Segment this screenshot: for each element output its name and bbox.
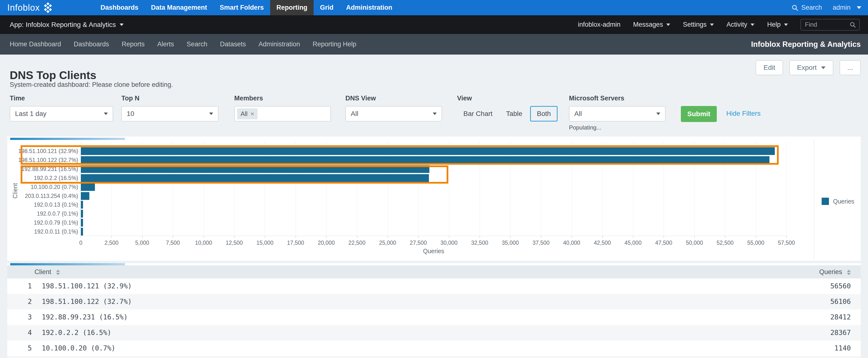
view-option-bar-chart[interactable]: Bar Chart <box>463 110 493 118</box>
column-header-client[interactable]: Client <box>34 265 60 279</box>
subnav-item-reporting-help[interactable]: Reporting Help <box>313 40 356 48</box>
view-filter-label: View <box>457 95 472 102</box>
row-client[interactable]: 198.51.100.121 (32.9%) <box>42 279 132 294</box>
bar-192-0-0-13[interactable] <box>81 201 83 208</box>
x-tick-mark <box>479 236 480 238</box>
x-tick-mark <box>418 236 418 238</box>
row-rank: 3 <box>21 310 32 325</box>
x-tick-mark <box>602 236 603 238</box>
x-tick-label: 35,000 <box>493 240 527 246</box>
queries-column-label: Queries <box>819 268 842 275</box>
row-queries[interactable]: 56106 <box>830 294 851 310</box>
subnav-item-dashboards[interactable]: Dashboards <box>74 40 109 48</box>
hide-filters-link[interactable]: Hide Filters <box>726 110 761 118</box>
members-token[interactable]: All × <box>237 108 257 119</box>
find-box[interactable] <box>801 19 860 31</box>
msservers-select[interactable]: All <box>569 106 665 122</box>
infoblox-logo-text: Infoblox <box>7 3 40 13</box>
subnav-item-alerts[interactable]: Alerts <box>157 40 174 48</box>
row-queries[interactable]: 28367 <box>830 325 851 340</box>
appbar-menu-help[interactable]: Help <box>767 21 788 28</box>
subnav-item-home-dashboard[interactable]: Home Dashboard <box>10 40 61 48</box>
row-client[interactable]: 10.100.0.20 (0.7%) <box>42 340 115 356</box>
column-header-queries[interactable]: Queries <box>819 265 851 279</box>
logged-in-user[interactable]: infoblox-admin <box>578 21 621 28</box>
appbar-menu-messages[interactable]: Messages <box>633 21 670 28</box>
x-axis-title: Queries <box>81 248 786 255</box>
x-tick-label: 5,000 <box>125 240 159 246</box>
submit-button[interactable]: Submit <box>681 106 717 122</box>
app-bar: App: Infoblox Reporting & Analytics info… <box>0 15 868 34</box>
global-search-button[interactable]: Search <box>792 4 822 11</box>
appbar-menu-activity[interactable]: Activity <box>726 21 755 28</box>
find-input[interactable] <box>804 21 847 29</box>
edit-button[interactable]: Edit <box>755 60 783 75</box>
y-tick-mark <box>79 218 81 219</box>
x-tick-mark <box>173 236 173 238</box>
table-row[interactable]: 3192.88.99.231 (16.5%)28412 <box>7 310 861 325</box>
topnav-item-administration[interactable]: Administration <box>340 0 399 15</box>
bar-192-0-0-11[interactable] <box>81 228 83 235</box>
bar-192-0-0-79[interactable] <box>81 219 83 227</box>
x-tick-label: 47,500 <box>647 240 681 246</box>
more-label: ... <box>847 64 853 71</box>
topnav-item-grid[interactable]: Grid <box>314 0 340 15</box>
table-row[interactable]: 2198.51.100.122 (32.7%)56106 <box>7 294 861 310</box>
more-actions-button[interactable]: ... <box>840 60 861 75</box>
members-token-label: All <box>241 110 248 118</box>
view-option-table[interactable]: Table <box>506 110 522 118</box>
row-client[interactable]: 192.0.2.2 (16.5%) <box>42 325 112 340</box>
topnav-item-smart-folders[interactable]: Smart Folders <box>213 0 270 15</box>
bar-192-0-0-7[interactable] <box>81 210 83 218</box>
chevron-down-icon <box>656 112 660 115</box>
msservers-select-value: All <box>574 110 582 118</box>
subnav-item-datasets[interactable]: Datasets <box>220 40 246 48</box>
subnav-item-reports[interactable]: Reports <box>122 40 145 48</box>
y-tick-mark <box>79 191 81 192</box>
infoblox-logo[interactable]: Infoblox <box>7 0 53 15</box>
topn-select[interactable]: 10 <box>121 106 218 122</box>
view-option-both[interactable]: Both <box>530 106 558 122</box>
x-tick-label: 22,500 <box>340 240 374 246</box>
row-client[interactable]: 192.88.99.231 (16.5%) <box>42 310 128 325</box>
row-rank: 5 <box>21 340 32 356</box>
subnav-item-administration[interactable]: Administration <box>258 40 300 48</box>
app-selector[interactable]: App: Infoblox Reporting & Analytics <box>10 15 124 34</box>
x-tick-label: 32,500 <box>463 240 497 246</box>
remove-icon[interactable]: × <box>250 110 254 118</box>
page-title: DNS Top Clients <box>10 69 96 82</box>
x-tick-label: 2,500 <box>94 240 128 246</box>
row-queries[interactable]: 28412 <box>830 310 851 325</box>
time-select[interactable]: Last 1 day <box>10 106 113 122</box>
search-label: Search <box>801 4 822 11</box>
x-tick-mark <box>81 236 81 238</box>
user-name: admin <box>833 4 850 11</box>
topnav-item-reporting[interactable]: Reporting <box>270 0 314 15</box>
row-queries[interactable]: 56560 <box>830 279 851 294</box>
subnav-item-search[interactable]: Search <box>187 40 208 48</box>
members-input[interactable]: All × <box>234 106 331 122</box>
chevron-down-icon <box>433 112 437 115</box>
edit-label: Edit <box>764 64 775 71</box>
table-row[interactable]: 1198.51.100.121 (32.9%)56560 <box>7 279 861 294</box>
bar-10-100-0-20[interactable] <box>81 183 95 191</box>
table-header: Client Queries <box>7 265 861 279</box>
user-menu[interactable]: admin <box>833 4 861 11</box>
x-tick-mark <box>571 236 572 238</box>
dnsview-select[interactable]: All <box>345 106 442 122</box>
row-client[interactable]: 198.51.100.122 (32.7%) <box>42 294 132 310</box>
topnav-item-dashboards[interactable]: Dashboards <box>94 0 145 15</box>
appbar-menu-settings[interactable]: Settings <box>683 21 714 28</box>
export-button[interactable]: Export <box>789 60 833 75</box>
table-row[interactable]: 4192.0.2.2 (16.5%)28367 <box>7 325 861 340</box>
topnav-item-data-management[interactable]: Data Management <box>145 0 213 15</box>
row-queries[interactable]: 1140 <box>835 340 851 356</box>
x-tick-label: 7,500 <box>156 240 190 246</box>
y-category-label: 192.0.0.7 (0.1%) <box>10 210 78 217</box>
x-tick-label: 55,000 <box>739 240 773 246</box>
results-table-panel: Client Queries 1198.51.100.121 (32.9%)56… <box>7 263 861 358</box>
legend-label[interactable]: Queries <box>833 198 855 205</box>
bar-203-0-113-254[interactable] <box>81 192 89 200</box>
legend-divider <box>814 139 814 259</box>
table-row[interactable]: 510.100.0.20 (0.7%)1140 <box>7 340 861 356</box>
